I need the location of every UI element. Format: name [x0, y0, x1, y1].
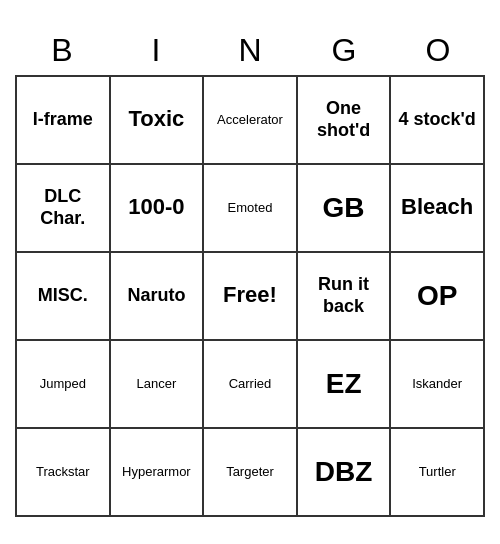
cell-text-r4-c2: Targeter [226, 464, 274, 480]
cell-text-r1-c3: GB [323, 191, 365, 225]
cell-text-r0-c1: Toxic [128, 106, 184, 132]
bingo-cell-r2-c1[interactable]: Naruto [111, 253, 205, 341]
bingo-cell-r4-c3[interactable]: DBZ [298, 429, 392, 517]
cell-text-r1-c4: Bleach [401, 194, 473, 220]
header-letter-n: N [203, 28, 297, 73]
cell-text-r3-c0: Jumped [40, 376, 86, 392]
bingo-grid: I-frameToxicAcceleratorOne shot'd4 stock… [15, 75, 485, 517]
bingo-cell-r1-c1[interactable]: 100-0 [111, 165, 205, 253]
bingo-cell-r0-c0[interactable]: I-frame [17, 77, 111, 165]
cell-text-r2-c2: Free! [223, 282, 277, 308]
bingo-cell-r4-c4[interactable]: Turtler [391, 429, 485, 517]
bingo-cell-r3-c1[interactable]: Lancer [111, 341, 205, 429]
cell-text-r0-c4: 4 stock'd [399, 109, 476, 131]
cell-text-r0-c2: Accelerator [217, 112, 283, 128]
bingo-cell-r2-c4[interactable]: OP [391, 253, 485, 341]
cell-text-r3-c3: EZ [326, 367, 362, 401]
cell-text-r2-c3: Run it back [302, 274, 386, 317]
bingo-cell-r0-c2[interactable]: Accelerator [204, 77, 298, 165]
cell-text-r4-c0: Trackstar [36, 464, 90, 480]
bingo-cell-r4-c1[interactable]: Hyperarmor [111, 429, 205, 517]
cell-text-r4-c3: DBZ [315, 455, 373, 489]
bingo-cell-r3-c3[interactable]: EZ [298, 341, 392, 429]
cell-text-r2-c1: Naruto [127, 285, 185, 307]
header-letter-b: B [15, 28, 109, 73]
bingo-cell-r0-c4[interactable]: 4 stock'd [391, 77, 485, 165]
bingo-cell-r3-c0[interactable]: Jumped [17, 341, 111, 429]
cell-text-r1-c0: DLC Char. [21, 186, 105, 229]
bingo-header: BINGO [15, 28, 485, 73]
header-letter-g: G [297, 28, 391, 73]
cell-text-r4-c1: Hyperarmor [122, 464, 191, 480]
cell-text-r4-c4: Turtler [419, 464, 456, 480]
cell-text-r3-c1: Lancer [137, 376, 177, 392]
cell-text-r2-c0: MISC. [38, 285, 88, 307]
bingo-cell-r2-c0[interactable]: MISC. [17, 253, 111, 341]
bingo-cell-r4-c2[interactable]: Targeter [204, 429, 298, 517]
bingo-cell-r1-c3[interactable]: GB [298, 165, 392, 253]
bingo-cell-r1-c2[interactable]: Emoted [204, 165, 298, 253]
bingo-cell-r1-c4[interactable]: Bleach [391, 165, 485, 253]
cell-text-r3-c2: Carried [229, 376, 272, 392]
cell-text-r2-c4: OP [417, 279, 457, 313]
header-letter-i: I [109, 28, 203, 73]
header-letter-o: O [391, 28, 485, 73]
cell-text-r1-c2: Emoted [228, 200, 273, 216]
bingo-cell-r2-c2[interactable]: Free! [204, 253, 298, 341]
cell-text-r0-c3: One shot'd [302, 98, 386, 141]
bingo-container: BINGO I-frameToxicAcceleratorOne shot'd4… [15, 28, 485, 517]
bingo-cell-r3-c4[interactable]: Iskander [391, 341, 485, 429]
bingo-cell-r2-c3[interactable]: Run it back [298, 253, 392, 341]
bingo-cell-r3-c2[interactable]: Carried [204, 341, 298, 429]
cell-text-r3-c4: Iskander [412, 376, 462, 392]
cell-text-r0-c0: I-frame [33, 109, 93, 131]
cell-text-r1-c1: 100-0 [128, 194, 184, 220]
bingo-cell-r1-c0[interactable]: DLC Char. [17, 165, 111, 253]
bingo-cell-r0-c3[interactable]: One shot'd [298, 77, 392, 165]
bingo-cell-r0-c1[interactable]: Toxic [111, 77, 205, 165]
bingo-cell-r4-c0[interactable]: Trackstar [17, 429, 111, 517]
